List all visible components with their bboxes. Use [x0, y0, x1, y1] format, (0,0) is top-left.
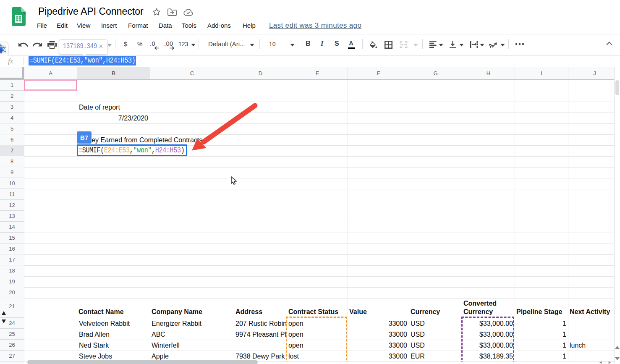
svg-text:A: A — [489, 42, 494, 48]
